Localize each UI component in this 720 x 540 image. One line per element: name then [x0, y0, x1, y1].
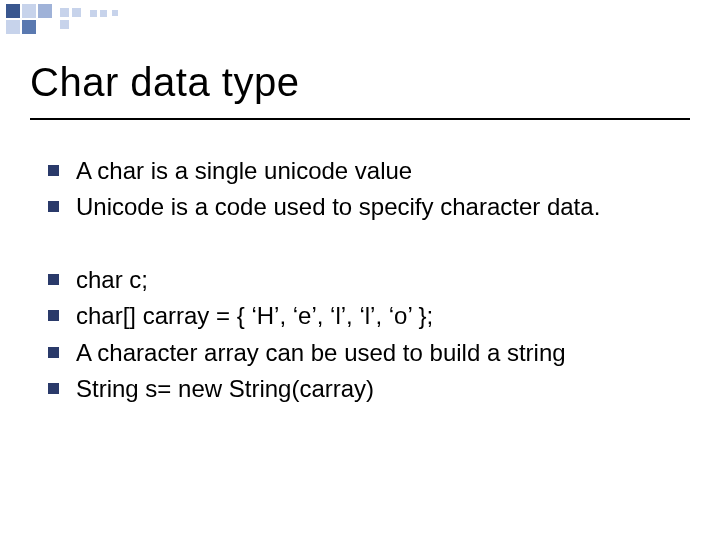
slide-title: Char data type	[30, 60, 299, 105]
corner-decoration	[0, 0, 130, 40]
bullet-item: char c;	[48, 264, 688, 296]
slide: Char data type A char is a single unicod…	[0, 0, 720, 540]
bullet-item: Unicode is a code used to specify charac…	[48, 191, 688, 223]
bullet-list-1: A char is a single unicode value Unicode…	[48, 155, 688, 224]
bullet-text: A char is a single unicode value	[76, 157, 412, 184]
bullet-item: char[] carray = { ‘H’, ‘e’, ‘l’, ‘l’, ‘o…	[48, 300, 688, 332]
slide-body: A char is a single unicode value Unicode…	[48, 155, 688, 409]
bullet-text: A character array can be used to build a…	[76, 339, 566, 366]
bullet-item: String s= new String(carray)	[48, 373, 688, 405]
spacer	[48, 228, 688, 264]
bullet-text: char c;	[76, 266, 148, 293]
title-underline	[30, 118, 690, 120]
bullet-list-2: char c; char[] carray = { ‘H’, ‘e’, ‘l’,…	[48, 264, 688, 406]
bullet-text: char[] carray = { ‘H’, ‘e’, ‘l’, ‘l’, ‘o…	[76, 302, 433, 329]
bullet-item: A char is a single unicode value	[48, 155, 688, 187]
bullet-text: String s= new String(carray)	[76, 375, 374, 402]
bullet-text: Unicode is a code used to specify charac…	[76, 193, 600, 220]
bullet-item: A character array can be used to build a…	[48, 337, 688, 369]
